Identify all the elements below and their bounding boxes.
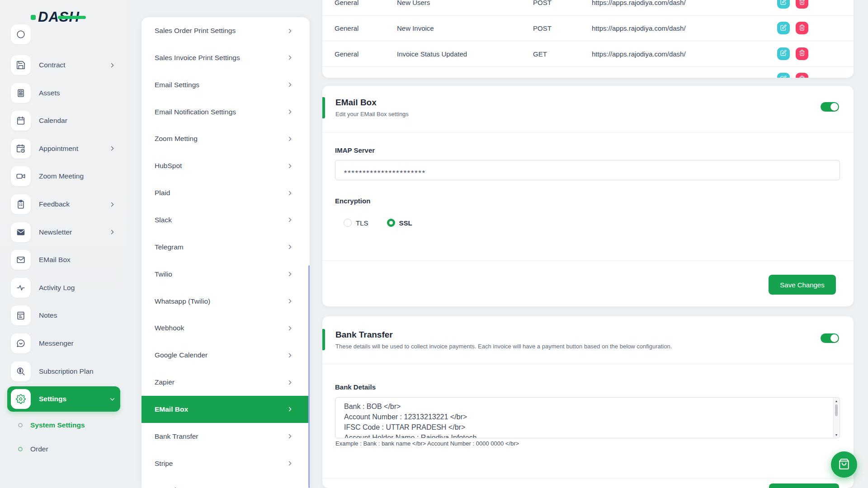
submenu-item-google-calender[interactable]: Google Calender [142, 342, 310, 369]
calendar-clock-icon [11, 139, 31, 159]
submenu-item-label: EMail Box [155, 405, 188, 413]
submenu-item-label: Whatsapp (Twilio) [155, 297, 210, 305]
circle-icon [11, 24, 31, 44]
chevron-right-icon [287, 28, 293, 34]
submenu-item-twilio[interactable]: Twilio [142, 261, 310, 288]
delete-webhook-button[interactable] [796, 47, 808, 60]
sidebar-item-partial[interactable] [7, 22, 120, 47]
chevron-right-icon [287, 216, 293, 223]
search-dollar-icon [11, 361, 31, 381]
webhook-table-row: GeneralNew InvoicePOSThttps://apps.rajod… [322, 15, 854, 41]
settings-submenu-panel: Sales Order Print SettingsSales Invoice … [142, 17, 310, 488]
divider [322, 132, 854, 132]
chevron-right-icon [287, 433, 293, 440]
sidebar-item-contract[interactable]: Contract [7, 52, 120, 78]
scroll-down-icon[interactable]: ▼ [834, 432, 839, 437]
cell-event: New Users [397, 0, 430, 6]
sidebar-item-label: EMail Box [39, 256, 71, 264]
scroll-up-icon[interactable]: ▲ [834, 398, 839, 404]
edit-webhook-button[interactable] [777, 47, 790, 60]
submenu-item-whatsapp-twilio-[interactable]: Whatsapp (Twilio) [142, 288, 310, 315]
clipboard-icon [11, 194, 31, 214]
encryption-radio-ssl[interactable] [387, 219, 395, 227]
email-box-save-button[interactable]: Save Changes [769, 275, 836, 295]
bank-transfer-card: Bank Transfer These details will be used… [322, 316, 854, 488]
submenu-item-webhook[interactable]: Webhook [142, 314, 310, 342]
submenu-item-sales-order-print-settings[interactable]: Sales Order Print Settings [142, 17, 310, 44]
sidebar-item-appointment[interactable]: Appointment [7, 136, 120, 161]
sidebar-item-feedback[interactable]: Feedback [7, 192, 120, 217]
sidebar-item-assets[interactable]: Assets [7, 80, 120, 106]
sidebar-subitem-order[interactable]: Order [18, 443, 48, 455]
submenu-item-label: Zoom Metting [155, 135, 198, 143]
submenu-item-label: Slack [155, 216, 172, 224]
email-box-subtitle: Edit your EMail Box settings [335, 111, 409, 117]
mail-filled-icon [11, 222, 31, 242]
shop-floating-button[interactable] [831, 451, 857, 478]
submenu-item-plaid[interactable]: Plaid [142, 179, 310, 206]
submenu-item-bank-transfer[interactable]: Bank Transfer [142, 423, 310, 450]
submenu-item-label: Plaid [155, 189, 170, 197]
delete-webhook-button[interactable] [796, 0, 808, 9]
webhook-table-card: GeneralNew UsersPOSThttps://apps.rajodiy… [322, 0, 854, 78]
calculator-icon [11, 83, 31, 103]
cell-module: General [335, 24, 359, 32]
textarea-scrollbar[interactable]: ▲ ▼ [833, 398, 839, 437]
chevron-right-icon [287, 460, 293, 467]
imap-server-input[interactable] [335, 160, 840, 180]
sidebar-item-activity-log[interactable]: Activity Log [7, 275, 120, 300]
submenu-item-label: Google Calender [155, 351, 208, 359]
submenu-item-label: Twilio [155, 270, 172, 278]
submenu-item-label: Zapier [155, 378, 175, 386]
encryption-radio-label: TLS [356, 219, 368, 227]
submenu-item-email-settings[interactable]: Email Settings [142, 71, 310, 99]
submenu-scrollbar[interactable] [308, 265, 310, 488]
sidebar-item-email-box[interactable]: EMail Box [7, 247, 120, 272]
cell-method: POST [533, 24, 552, 32]
edit-webhook-button[interactable] [777, 73, 790, 78]
chevron-right-icon [287, 271, 293, 277]
submenu-item-hubspot[interactable]: HubSpot [142, 152, 310, 179]
imap-server-label: IMAP Server [335, 146, 375, 154]
email-box-toggle[interactable] [821, 102, 839, 112]
sidebar-item-subscription-plan[interactable]: Subscription Plan [7, 359, 120, 384]
bank-transfer-toggle[interactable] [821, 333, 839, 343]
bank-details-textarea[interactable]: Bank : BOB </br> Account Number : 123132… [335, 397, 840, 438]
submenu-item-email-notification-settings[interactable]: Email Notification Settings [142, 99, 310, 126]
cell-method: POST [533, 0, 552, 6]
bank-transfer-save-button[interactable]: Save Changes [769, 483, 839, 488]
delete-webhook-button[interactable] [796, 22, 808, 34]
submenu-item-zapier[interactable]: Zapier [142, 369, 310, 396]
submenu-item-telegram[interactable]: Telegram [142, 234, 310, 261]
sidebar-subitem-label: System Settings [30, 421, 85, 429]
sidebar-item-messenger[interactable]: Messenger [7, 331, 120, 356]
sidebar-item-label: Messenger [39, 339, 74, 347]
sidebar-item-label: Activity Log [39, 284, 75, 292]
submenu-item-zoom-metting[interactable]: Zoom Metting [142, 125, 310, 152]
submenu-item-label: Paypal [155, 486, 176, 488]
bank-details-label: Bank Details [335, 383, 376, 391]
edit-webhook-button[interactable] [777, 22, 790, 34]
divider [322, 364, 854, 364]
scrollbar-thumb[interactable] [835, 404, 838, 416]
encryption-radio-tls[interactable] [344, 219, 352, 227]
edit-webhook-button[interactable] [777, 0, 790, 9]
submenu-item-sales-invoice-print-settings[interactable]: Sales Invoice Print Settings [142, 44, 310, 71]
edit-icon [780, 75, 787, 78]
sidebar-item-calendar[interactable]: Calendar [7, 108, 120, 133]
cell-event: Invoice Status Updated [397, 50, 467, 57]
chevron-right-icon [287, 54, 293, 61]
activity-icon [11, 278, 31, 298]
sidebar-item-newsletter[interactable]: Newsletter [7, 220, 120, 245]
submenu-item-paypal[interactable]: Paypal [142, 477, 310, 488]
logo-dot-icon [31, 15, 36, 20]
delete-webhook-button[interactable] [796, 73, 808, 78]
submenu-item-slack[interactable]: Slack [142, 206, 310, 234]
sidebar-item-notes[interactable]: Notes [7, 303, 120, 328]
bank-transfer-subtitle: These details will be used to collect in… [335, 343, 672, 350]
sidebar-item-zoom-meeting[interactable]: Zoom Meeting [7, 164, 120, 189]
sidebar-item-settings[interactable]: Settings [7, 386, 120, 412]
submenu-item-email-box[interactable]: EMail Box [142, 396, 310, 423]
sidebar-subitem-system-settings[interactable]: System Settings [18, 419, 85, 431]
submenu-item-stripe[interactable]: Stripe [142, 450, 310, 477]
